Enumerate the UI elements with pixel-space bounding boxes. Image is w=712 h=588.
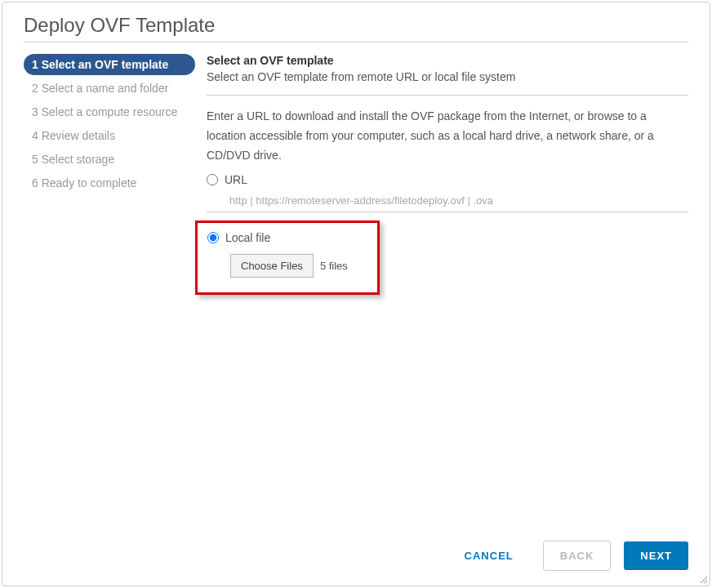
- svg-line-0: [701, 577, 707, 583]
- svg-line-2: [706, 582, 707, 583]
- wizard-main: Select an OVF template Select an OVF tem…: [195, 51, 688, 526]
- section-heading: Select an OVF template: [207, 54, 688, 67]
- step-5-select-storage[interactable]: 5 Select storage: [24, 149, 195, 170]
- local-file-option[interactable]: Local file: [207, 231, 348, 244]
- choose-files-button[interactable]: Choose Files: [230, 254, 314, 278]
- step-4-review-details[interactable]: 4 Review details: [24, 125, 195, 146]
- step-1-select-ovf-template[interactable]: 1 Select an OVF template: [24, 54, 195, 75]
- resize-handle-icon[interactable]: [700, 576, 708, 584]
- local-file-highlight: Local file Choose Files 5 files: [195, 220, 380, 295]
- dialog-body: 1 Select an OVF template 2 Select a name…: [2, 51, 710, 526]
- step-6-ready-to-complete[interactable]: 6 Ready to complete: [24, 172, 195, 194]
- cancel-button[interactable]: CANCEL: [448, 541, 530, 570]
- local-file-radio-label: Local file: [225, 231, 270, 244]
- url-radio[interactable]: [207, 174, 218, 185]
- section-divider: [207, 95, 688, 96]
- next-button[interactable]: NEXT: [624, 541, 688, 570]
- dialog-title: Deploy OVF Template: [2, 2, 710, 42]
- deploy-ovf-dialog: Deploy OVF Template 1 Select an OVF temp…: [2, 2, 710, 586]
- section-subheading: Select an OVF template from remote URL o…: [207, 70, 688, 83]
- local-file-radio[interactable]: [207, 232, 219, 243]
- step-2-select-name-folder[interactable]: 2 Select a name and folder: [24, 78, 195, 99]
- title-divider: [24, 42, 688, 42]
- url-option[interactable]: URL: [207, 173, 688, 186]
- url-input[interactable]: http | https://remoteserver-address/file…: [207, 186, 688, 212]
- choose-files-row: Choose Files 5 files: [230, 254, 348, 278]
- back-button[interactable]: BACK: [543, 541, 612, 571]
- dialog-footer: CANCEL BACK NEXT: [2, 526, 710, 586]
- url-radio-label: URL: [225, 173, 247, 186]
- step-3-select-compute-resource[interactable]: 3 Select a compute resource: [24, 101, 195, 122]
- file-count-text: 5 files: [320, 260, 348, 272]
- wizard-sidebar: 1 Select an OVF template 2 Select a name…: [24, 51, 195, 526]
- instruction-text: Enter a URL to download and install the …: [207, 107, 688, 165]
